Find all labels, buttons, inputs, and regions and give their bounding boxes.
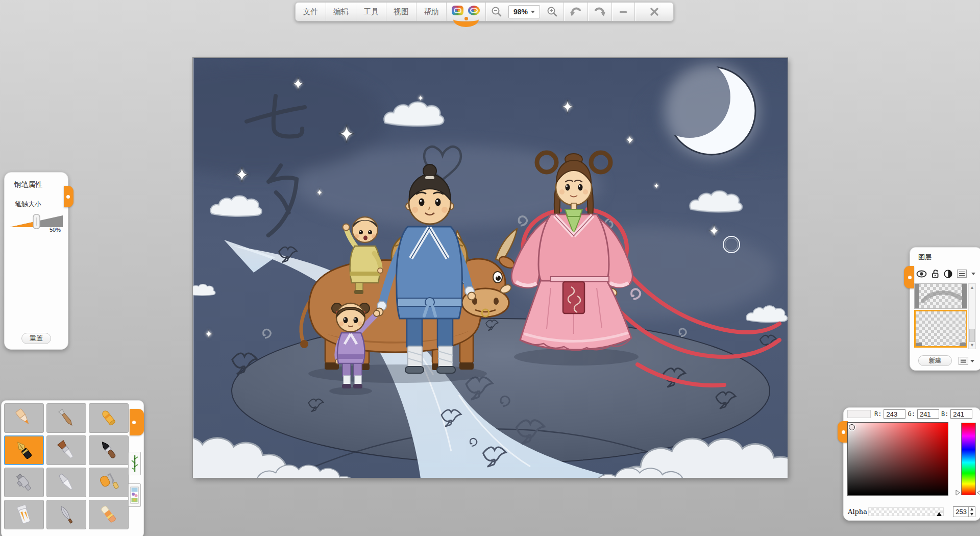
bamboo-icon xyxy=(131,454,139,473)
r-input[interactable] xyxy=(884,409,905,419)
brush-size-label: 笔触大小 xyxy=(15,200,68,209)
layer-thumbnail-selected[interactable] xyxy=(914,310,967,348)
app-logo[interactable] xyxy=(447,3,485,21)
tool-airbrush[interactable] xyxy=(4,468,44,497)
zoom-level-select[interactable]: 98% xyxy=(508,5,540,18)
sv-cursor[interactable] xyxy=(849,424,855,430)
menu-tools[interactable]: 工具 xyxy=(356,3,386,21)
undo-button[interactable] xyxy=(564,3,587,21)
menu-file[interactable]: 文件 xyxy=(296,3,326,21)
menu-help[interactable]: 帮助 xyxy=(416,3,446,21)
tool-paint-bottle[interactable] xyxy=(4,500,44,529)
panel-drag-handle[interactable] xyxy=(904,266,914,288)
paint-tube-icon xyxy=(55,471,78,494)
airbrush-icon xyxy=(13,471,35,494)
scroll-down-icon[interactable]: ▼ xyxy=(969,342,975,349)
g-input[interactable] xyxy=(917,409,939,419)
layers-scrollbar[interactable]: ▲ ▼ xyxy=(968,283,976,349)
hue-marker-left[interactable] xyxy=(955,490,960,496)
tool-pen-selected[interactable] xyxy=(4,435,44,465)
fountain-pen-icon xyxy=(13,439,35,461)
layers-panel: 图层 ▲ ▼ xyxy=(910,247,980,371)
hue-marker-right[interactable] xyxy=(977,490,980,496)
rgb-inputs: R: G: B: xyxy=(874,409,972,419)
minimize-icon xyxy=(618,7,628,17)
brush-size-value: 50% xyxy=(50,227,61,233)
tool-paint-tube[interactable] xyxy=(46,468,86,497)
tool-grid xyxy=(4,403,129,529)
menu-edit[interactable]: 编辑 xyxy=(326,3,356,21)
pencil-icon xyxy=(13,407,35,429)
pen-panel-title: 钢笔属性 xyxy=(14,180,68,189)
current-color-swatch[interactable] xyxy=(847,410,871,418)
tool-palette xyxy=(1,400,144,536)
lock-unlocked-icon[interactable] xyxy=(932,269,939,278)
layer-list xyxy=(914,283,967,348)
b-input[interactable] xyxy=(950,409,972,419)
thumb-edge xyxy=(960,343,966,346)
tool-crayon[interactable] xyxy=(89,403,129,433)
close-button[interactable] xyxy=(635,3,673,21)
paint-bottle-icon xyxy=(13,503,35,526)
tool-roller[interactable] xyxy=(89,468,129,497)
tool-eraser[interactable] xyxy=(89,500,129,529)
alpha-label: Alpha xyxy=(848,508,867,516)
panel-drag-handle[interactable] xyxy=(130,409,144,435)
layer-scribble xyxy=(915,284,967,309)
ink-brush-icon xyxy=(97,439,120,461)
scrollbar-thumb[interactable] xyxy=(969,329,975,342)
app-window: { "app": { "logo_label": "乐画", "accent_c… xyxy=(0,0,980,536)
b-label: B: xyxy=(941,410,948,418)
opacity-contrast-icon[interactable] xyxy=(944,270,952,278)
blend-mode-button[interactable] xyxy=(957,270,967,278)
tool-ink-brush[interactable] xyxy=(89,435,129,465)
picture-icon xyxy=(130,486,139,504)
alpha-slider-marker[interactable] xyxy=(937,512,942,516)
hue-bar[interactable] xyxy=(961,423,976,495)
reset-button[interactable]: 重置 xyxy=(21,333,51,344)
roller-icon xyxy=(97,471,120,494)
tool-pastel[interactable] xyxy=(46,403,86,433)
redo-button[interactable] xyxy=(588,3,611,21)
main-toolbar: 文件 编辑 工具 视图 帮助 98% xyxy=(295,2,674,21)
logo-smile xyxy=(453,12,479,27)
undo-icon xyxy=(569,6,582,18)
color-picker-panel: R: G: B: Alpha 253 xyxy=(843,407,980,521)
layer-thumbnail-sketch[interactable] xyxy=(914,283,967,309)
chevron-down-icon[interactable] xyxy=(971,273,975,275)
alpha-value: 253 xyxy=(953,507,968,517)
g-label: G: xyxy=(908,410,915,418)
pen-properties-panel: 钢笔属性 笔触大小 50% 重置 xyxy=(4,172,68,350)
thumb-edge xyxy=(916,343,922,346)
zoom-in-button[interactable] xyxy=(541,3,564,21)
close-icon xyxy=(649,7,659,17)
tool-pencil[interactable] xyxy=(4,403,44,433)
bamboo-stamp-button[interactable] xyxy=(128,452,141,475)
layer-menu-button[interactable] xyxy=(959,357,968,365)
zoom-out-button[interactable] xyxy=(486,3,507,21)
alpha-slider[interactable] xyxy=(868,507,944,516)
scroll-up-icon[interactable]: ▲ xyxy=(969,284,975,291)
drawing-canvas[interactable]: 七夕 xyxy=(193,58,788,478)
alpha-increment-button[interactable] xyxy=(969,507,975,512)
panel-drag-handle[interactable] xyxy=(64,186,74,207)
tool-paint-brush[interactable] xyxy=(46,435,86,465)
eraser-icon xyxy=(97,503,120,526)
chevron-down-icon[interactable] xyxy=(970,360,974,362)
paint-brush-icon xyxy=(55,439,78,461)
panel-drag-handle[interactable] xyxy=(838,421,848,443)
minimize-button[interactable] xyxy=(612,3,634,21)
zoom-level-value: 98% xyxy=(513,8,528,16)
zoom-in-icon xyxy=(546,6,558,18)
alpha-spinner: 253 xyxy=(953,506,975,517)
tool-palette-knife[interactable] xyxy=(46,500,86,529)
alpha-decrement-button[interactable] xyxy=(969,512,975,517)
visibility-eye-icon[interactable] xyxy=(916,270,927,278)
menu-view[interactable]: 视图 xyxy=(386,3,416,21)
crescent-moon xyxy=(665,64,758,158)
new-layer-button[interactable]: 新建 xyxy=(918,355,952,366)
saturation-value-square[interactable] xyxy=(847,422,948,496)
redo-icon xyxy=(593,6,606,18)
qixi-painting: 七夕 xyxy=(193,58,788,478)
picture-stamp-button[interactable] xyxy=(128,483,141,507)
